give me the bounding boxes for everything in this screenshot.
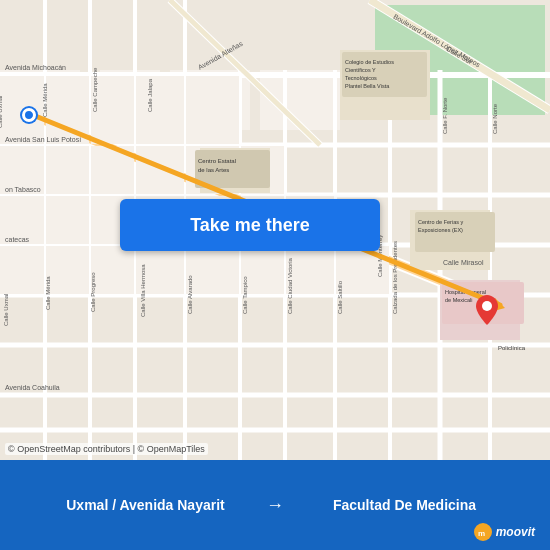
map-container: Avenida Michoacán Calle Uxmal Calle Méri… bbox=[0, 0, 550, 460]
moovit-icon: m bbox=[473, 522, 493, 542]
svg-text:Centro Estatal: Centro Estatal bbox=[198, 158, 236, 164]
svg-text:de Mexicali: de Mexicali bbox=[445, 297, 473, 303]
svg-rect-35 bbox=[136, 76, 184, 144]
map-attribution: © OpenStreetMap contributors | © OpenMap… bbox=[5, 443, 208, 455]
svg-text:Científicos Y: Científicos Y bbox=[345, 67, 376, 73]
svg-text:m: m bbox=[478, 529, 485, 538]
svg-text:on Tabasco: on Tabasco bbox=[5, 186, 41, 193]
svg-rect-37 bbox=[0, 76, 44, 144]
svg-text:Calle Alvarado: Calle Alvarado bbox=[187, 275, 193, 314]
svg-text:Calle Villa Hermosa: Calle Villa Hermosa bbox=[140, 264, 146, 317]
svg-rect-40 bbox=[91, 146, 134, 194]
svg-text:Calle Tampico: Calle Tampico bbox=[242, 276, 248, 314]
moovit-logo: m moovit bbox=[473, 522, 535, 542]
start-marker bbox=[22, 108, 36, 122]
svg-text:de las Artes: de las Artes bbox=[198, 167, 229, 173]
end-marker bbox=[476, 295, 498, 329]
svg-text:Calle Mérida: Calle Mérida bbox=[45, 276, 51, 310]
bottom-bar: Uxmal / Avenida Nayarit → Facultad De Me… bbox=[0, 460, 550, 550]
svg-text:Calle Uxmal: Calle Uxmal bbox=[0, 96, 3, 128]
svg-rect-51 bbox=[0, 246, 44, 294]
route-info-row: Uxmal / Avenida Nayarit → Facultad De Me… bbox=[20, 495, 530, 516]
svg-text:Calle Ciudad Victoria: Calle Ciudad Victoria bbox=[287, 257, 293, 314]
svg-rect-53 bbox=[91, 246, 134, 294]
svg-text:Calle Saltillo: Calle Saltillo bbox=[337, 280, 343, 314]
svg-text:Exposiciones (EX): Exposiciones (EX) bbox=[418, 227, 463, 233]
svg-text:catecas: catecas bbox=[5, 236, 30, 243]
svg-rect-33 bbox=[46, 76, 89, 144]
svg-text:Avenida Michoacán: Avenida Michoacán bbox=[5, 64, 66, 71]
svg-text:Colegio de Estudios: Colegio de Estudios bbox=[345, 59, 394, 65]
svg-text:Calle Campeche: Calle Campeche bbox=[92, 67, 98, 112]
svg-rect-57 bbox=[286, 246, 334, 294]
svg-rect-55 bbox=[186, 246, 239, 294]
route-from-label: Uxmal / Avenida Nayarit bbox=[35, 497, 256, 513]
take-me-there-button[interactable]: Take me there bbox=[120, 199, 380, 251]
svg-point-105 bbox=[482, 301, 492, 311]
svg-text:Calle Mirasol: Calle Mirasol bbox=[443, 259, 484, 266]
svg-rect-52 bbox=[46, 246, 89, 294]
svg-rect-45 bbox=[46, 196, 89, 244]
svg-text:Calle Uxmal: Calle Uxmal bbox=[3, 294, 9, 326]
svg-rect-39 bbox=[46, 146, 89, 194]
svg-text:Calle Progreso: Calle Progreso bbox=[90, 272, 96, 312]
svg-text:Calzada de los Presidentes: Calzada de los Presidentes bbox=[392, 241, 398, 314]
route-to-label: Facultad De Medicina bbox=[294, 497, 515, 513]
svg-text:Calle F. Norte: Calle F. Norte bbox=[442, 97, 448, 134]
svg-text:Plantel Bella Vista: Plantel Bella Vista bbox=[345, 83, 390, 89]
svg-text:Tecnológicos: Tecnológicos bbox=[345, 75, 377, 81]
svg-text:Calle Mérida: Calle Mérida bbox=[42, 83, 48, 117]
moovit-text: moovit bbox=[496, 525, 535, 539]
svg-rect-36 bbox=[186, 76, 239, 144]
svg-text:Calle Jalapa: Calle Jalapa bbox=[147, 78, 153, 112]
route-arrow-icon: → bbox=[266, 495, 284, 516]
svg-text:Avenida Coahuila: Avenida Coahuila bbox=[5, 384, 60, 391]
svg-text:Calle Norte: Calle Norte bbox=[492, 103, 498, 134]
svg-text:Centro de Ferias y: Centro de Ferias y bbox=[418, 219, 463, 225]
svg-rect-41 bbox=[136, 146, 184, 194]
svg-text:Policlínica: Policlínica bbox=[498, 345, 526, 351]
svg-text:Avenida San Luis Potosí: Avenida San Luis Potosí bbox=[5, 136, 81, 143]
